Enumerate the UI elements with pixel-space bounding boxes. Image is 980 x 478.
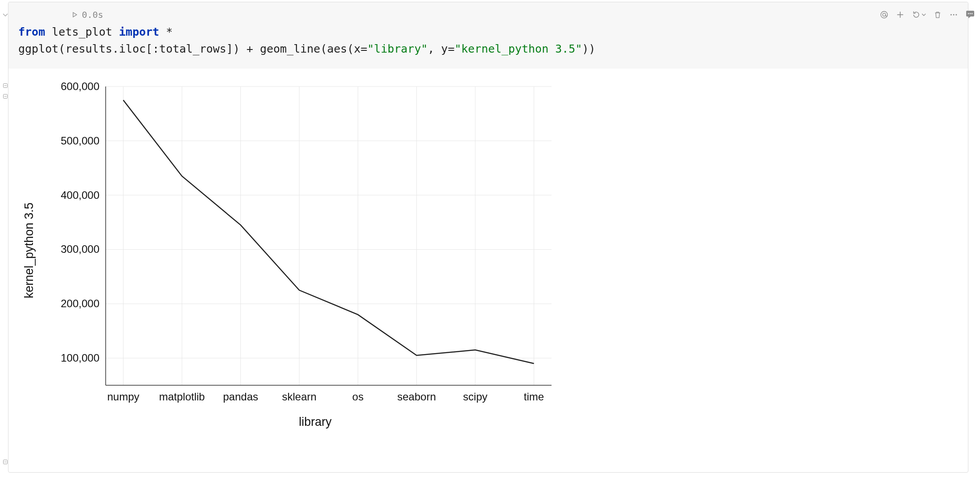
- trash-icon[interactable]: [933, 10, 942, 19]
- fn-aes: aes: [327, 42, 347, 55]
- svg-point-46: [972, 13, 972, 14]
- code-cell: 0.0s from lets_plot: [8, 2, 968, 473]
- svg-text:time: time: [524, 391, 544, 403]
- svg-text:200,000: 200,000: [61, 297, 99, 309]
- gutter: [2, 2, 8, 472]
- code-input[interactable]: 0.0s from lets_plot: [8, 2, 968, 69]
- kw-import: import: [119, 25, 159, 38]
- svg-text:scipy: scipy: [463, 391, 488, 403]
- x-val: "library": [367, 42, 428, 55]
- fold-handle-mid[interactable]: [2, 82, 8, 89]
- svg-text:300,000: 300,000: [61, 243, 99, 255]
- run-time: 0.0s: [82, 8, 103, 21]
- fold-handle-mid2[interactable]: [2, 93, 8, 99]
- x-param: x=: [354, 42, 367, 55]
- plus-icon[interactable]: [896, 10, 905, 19]
- svg-point-6: [881, 12, 888, 18]
- comment-icon[interactable]: [965, 9, 976, 20]
- fold-handle-bottom[interactable]: [2, 459, 8, 465]
- svg-text:400,000: 400,000: [61, 189, 99, 201]
- kw-from: from: [18, 25, 45, 38]
- plus: +: [247, 42, 253, 55]
- svg-text:sklearn: sklearn: [282, 391, 317, 403]
- fn-geomline: geom_line: [260, 42, 320, 55]
- svg-text:500,000: 500,000: [61, 135, 99, 147]
- svg-text:matplotlib: matplotlib: [159, 391, 205, 403]
- comma: ,: [428, 42, 441, 55]
- y-axis-label: kernel_python 3.5: [22, 202, 36, 298]
- chart: kernel_python 3.5 library 100,000200,000…: [21, 78, 556, 434]
- svg-text:seaborn: seaborn: [397, 391, 436, 403]
- at-icon[interactable]: [880, 10, 889, 19]
- y-val: "kernel_python 3.5": [454, 42, 582, 55]
- svg-point-11: [953, 14, 955, 16]
- module: lets_plot: [52, 25, 112, 38]
- restart-icon[interactable]: [912, 10, 926, 19]
- fold-handle-top[interactable]: [2, 12, 8, 18]
- arg1: results.iloc[:total_rows]: [65, 42, 233, 55]
- svg-text:100,000: 100,000: [61, 352, 99, 364]
- svg-point-45: [970, 13, 971, 14]
- cell-toolbar: [880, 10, 958, 19]
- svg-text:os: os: [352, 391, 363, 403]
- svg-point-10: [951, 14, 952, 16]
- svg-point-12: [955, 14, 957, 16]
- y-param: y=: [441, 42, 454, 55]
- svg-text:pandas: pandas: [223, 391, 258, 403]
- svg-point-7: [883, 13, 886, 16]
- svg-point-44: [968, 13, 969, 14]
- fn-ggplot: ggplot: [18, 42, 58, 55]
- svg-text:600,000: 600,000: [61, 80, 99, 92]
- star: *: [166, 25, 173, 38]
- more-icon[interactable]: [949, 10, 958, 19]
- svg-text:numpy: numpy: [107, 391, 139, 403]
- cell-output: kernel_python 3.5 library 100,000200,000…: [8, 69, 968, 443]
- plot-svg: 100,000200,000300,000400,000500,000600,0…: [43, 78, 556, 425]
